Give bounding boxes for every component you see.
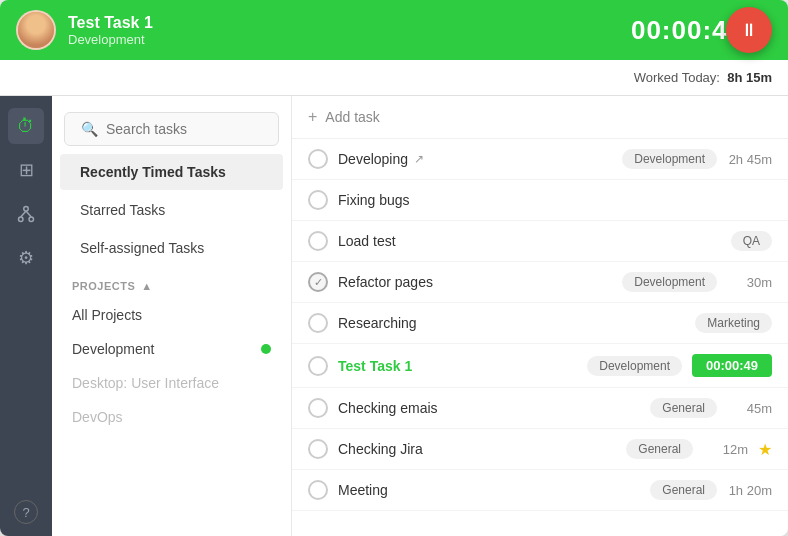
task-tag: Marketing [695, 313, 772, 333]
task-tag: General [626, 439, 693, 459]
task-row[interactable]: Checking JiraGeneral12m★ [292, 429, 788, 470]
task-time: 00:00:49 [692, 354, 772, 377]
task-time: 1h 20m [727, 483, 772, 498]
task-name: Checking Jira [338, 441, 616, 457]
task-list: Developing↗Development2h 45mFixing bugsL… [292, 139, 788, 511]
task-tag: Development [587, 356, 682, 376]
task-name: Developing↗ [338, 151, 612, 167]
task-checkbox[interactable] [308, 149, 328, 169]
task-tag: QA [731, 231, 772, 251]
search-input[interactable] [106, 121, 281, 137]
projects-section-header: PROJECTS ▲ [52, 268, 291, 298]
task-row[interactable]: Checking emaisGeneral45m [292, 388, 788, 429]
svg-line-3 [21, 211, 26, 217]
task-row[interactable]: Developing↗Development2h 45m [292, 139, 788, 180]
project-item[interactable]: All Projects [52, 298, 291, 332]
sidebar-item-network[interactable] [8, 196, 44, 232]
add-task-row[interactable]: + Add task [292, 96, 788, 139]
sub-header: Worked Today: 8h 15m [0, 60, 788, 96]
main-content: + Add task Developing↗Development2h 45mF… [292, 96, 788, 536]
project-name: Desktop: User Interface [72, 375, 219, 391]
sidebar-item-grid[interactable]: ⊞ [8, 152, 44, 188]
task-name: Meeting [338, 482, 640, 498]
task-checkbox[interactable] [308, 398, 328, 418]
avatar-image [18, 12, 54, 48]
svg-point-1 [19, 217, 24, 222]
header-project-name: Development [68, 32, 153, 47]
task-name: Refactor pages [338, 274, 612, 290]
project-name: DevOps [72, 409, 123, 425]
app-container: Test Task 1 Development 00:00:49 ▾ ⏸ Wor… [0, 0, 788, 536]
search-icon: 🔍 [81, 121, 98, 137]
task-row[interactable]: Test Task 1Development00:00:49 [292, 344, 788, 388]
task-time: 12m [703, 442, 748, 457]
nav-items: Recently Timed TasksStarred TasksSelf-as… [52, 154, 291, 266]
task-tag: General [650, 398, 717, 418]
sidebar-item-help[interactable]: ? [14, 500, 38, 524]
task-row[interactable]: Refactor pagesDevelopment30m [292, 262, 788, 303]
task-checkbox[interactable] [308, 272, 328, 292]
add-task-label: Add task [325, 109, 379, 125]
top-header: Test Task 1 Development 00:00:49 ▾ ⏸ [0, 0, 788, 60]
task-tag: Development [622, 149, 717, 169]
project-item[interactable]: DevOps [52, 400, 291, 434]
task-checkbox[interactable] [308, 439, 328, 459]
external-link-icon: ↗ [414, 152, 424, 166]
sidebar-item-timer[interactable]: ⏱ [8, 108, 44, 144]
task-checkbox[interactable] [308, 356, 328, 376]
header-task-name: Test Task 1 [68, 14, 153, 32]
svg-point-0 [24, 207, 29, 212]
project-active-dot [261, 344, 271, 354]
avatar[interactable] [16, 10, 56, 50]
task-tag: Development [622, 272, 717, 292]
icon-rail: ⏱ ⊞ ⚙ ? [0, 96, 52, 536]
worked-today: Worked Today: 8h 15m [634, 70, 772, 85]
sidebar-item-gear[interactable]: ⚙ [8, 240, 44, 276]
task-row[interactable]: Fixing bugs [292, 180, 788, 221]
task-name: Checking emais [338, 400, 640, 416]
project-item[interactable]: Development [52, 332, 291, 366]
plus-icon: + [308, 108, 317, 126]
svg-line-4 [26, 211, 31, 217]
svg-point-2 [29, 217, 34, 222]
task-checkbox[interactable] [308, 190, 328, 210]
task-row[interactable]: Load testQA [292, 221, 788, 262]
task-row[interactable]: ResearchingMarketing [292, 303, 788, 344]
task-name: Test Task 1 [338, 358, 577, 374]
project-name: All Projects [72, 307, 142, 323]
pause-button[interactable]: ⏸ [726, 7, 772, 53]
header-left: Test Task 1 Development [16, 10, 153, 50]
header-task-info: Test Task 1 Development [68, 14, 153, 47]
star-icon[interactable]: ★ [758, 440, 772, 459]
task-time: 45m [727, 401, 772, 416]
task-checkbox[interactable] [308, 480, 328, 500]
project-name: Development [72, 341, 155, 357]
pause-icon: ⏸ [740, 20, 758, 41]
task-name: Fixing bugs [338, 192, 772, 208]
projects-list: All ProjectsDevelopmentDesktop: User Int… [52, 298, 291, 434]
search-box[interactable]: 🔍 [64, 112, 279, 146]
project-item[interactable]: Desktop: User Interface [52, 366, 291, 400]
task-row[interactable]: MeetingGeneral1h 20m [292, 470, 788, 511]
task-tag: General [650, 480, 717, 500]
task-time: 30m [727, 275, 772, 290]
sidebar-nav-item[interactable]: Recently Timed Tasks [60, 154, 283, 190]
main-layout: ⏱ ⊞ ⚙ ? 🔍 Recently Timed TasksStarred Ta… [0, 96, 788, 536]
sidebar-nav-item[interactable]: Starred Tasks [60, 192, 283, 228]
task-time: 2h 45m [727, 152, 772, 167]
task-name: Researching [338, 315, 685, 331]
left-sidebar: 🔍 Recently Timed TasksStarred TasksSelf-… [52, 96, 292, 536]
task-name: Load test [338, 233, 721, 249]
task-checkbox[interactable] [308, 231, 328, 251]
sidebar-nav-item[interactable]: Self-assigned Tasks [60, 230, 283, 266]
task-checkbox[interactable] [308, 313, 328, 333]
